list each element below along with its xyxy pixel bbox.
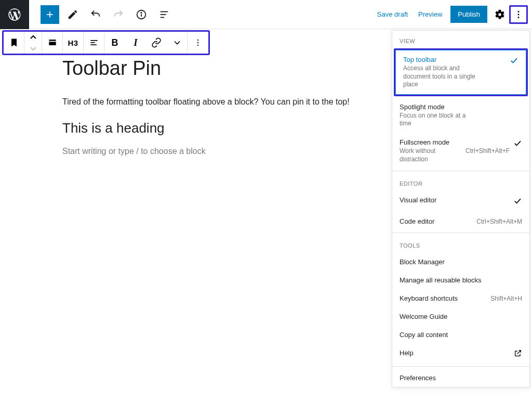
svg-point-9 (518, 14, 520, 15)
chevron-up-icon (30, 35, 37, 40)
wp-logo[interactable] (0, 0, 29, 29)
text-align-button[interactable] (84, 32, 104, 54)
svg-point-8 (518, 11, 520, 12)
block-mover (24, 32, 42, 54)
menu-help[interactable]: Help (392, 344, 529, 364)
menu-code-editor[interactable]: Code editor Ctrl+Shift+Alt+M (392, 212, 529, 230)
align-icon (47, 37, 58, 48)
menu-welcome-guide[interactable]: Welcome Guide (392, 307, 529, 326)
check-icon (509, 56, 518, 67)
menu-divider (392, 233, 529, 233)
menu-preferences[interactable]: Preferences (392, 369, 529, 387)
svg-rect-11 (49, 40, 56, 41)
editor-top-bar: Save draft Preview Publish (0, 0, 532, 29)
italic-button[interactable]: I (125, 32, 146, 54)
svg-rect-12 (49, 42, 56, 45)
post-title[interactable]: Toolbar Pin (62, 57, 379, 80)
redo-button (109, 5, 128, 24)
chevron-down-icon (172, 37, 182, 48)
settings-button[interactable] (490, 5, 509, 24)
link-button[interactable] (146, 32, 167, 54)
preview-button[interactable]: Preview (413, 6, 447, 22)
menu-item-title: Fullscreen mode (400, 138, 462, 146)
menu-item-title: Code editor (400, 217, 473, 225)
menu-item-desc: Access all block and document tools in a… (403, 64, 481, 89)
menu-item-title: Top toolbar (403, 56, 509, 63)
menu-item-title: Manage all reusable blocks (400, 276, 522, 284)
publish-button[interactable]: Publish (450, 6, 487, 23)
menu-item-title: Help (400, 349, 514, 357)
list-view-icon (158, 9, 170, 20)
menu-item-title: Preferences (400, 374, 522, 382)
empty-block-placeholder[interactable]: Start writing or type / to choose a bloc… (62, 147, 379, 156)
menu-item-title: Spotlight mode (400, 103, 522, 111)
menu-keyboard-shortcuts[interactable]: Keyboard shortcuts Shift+Alt+H (392, 289, 529, 307)
menu-copy-all[interactable]: Copy all content (392, 326, 529, 344)
info-icon (136, 9, 147, 20)
align-button[interactable] (42, 32, 63, 54)
menu-fullscreen-mode[interactable]: Fullscreen mode Work without distraction… (392, 133, 529, 169)
check-icon (513, 138, 522, 149)
redo-icon (113, 9, 124, 20)
menu-visual-editor[interactable]: Visual editor (392, 191, 529, 212)
gear-icon (494, 9, 506, 20)
menu-item-shortcut: Ctrl+Shift+Alt+F (466, 147, 510, 154)
italic-icon: I (134, 37, 137, 48)
plus-icon (45, 9, 55, 20)
heading-level-button[interactable]: H3 (63, 32, 84, 54)
move-up-button[interactable] (24, 32, 42, 43)
move-down-button[interactable] (24, 43, 42, 54)
more-formatting-button[interactable] (167, 32, 188, 54)
external-link-icon (514, 349, 522, 359)
menu-item-desc: Work without distraction (400, 147, 462, 163)
svg-point-16 (197, 40, 198, 41)
chevron-down-icon (30, 46, 37, 51)
edit-mode-button[interactable] (63, 5, 82, 24)
add-block-button[interactable] (41, 5, 59, 24)
svg-point-17 (197, 42, 198, 43)
bookmark-icon (9, 37, 19, 48)
pencil-icon (67, 9, 78, 20)
block-type-button[interactable] (4, 32, 24, 54)
menu-divider (392, 171, 529, 171)
block-more-button[interactable] (188, 32, 208, 54)
menu-section-view: VIEW (392, 31, 529, 48)
svg-point-10 (518, 17, 520, 18)
paragraph-block[interactable]: Tired of the formatting toolbar floating… (62, 97, 379, 107)
info-button[interactable] (132, 5, 151, 24)
svg-point-4 (141, 12, 141, 12)
menu-divider (392, 366, 529, 367)
more-vertical-icon (193, 37, 203, 48)
bold-button[interactable]: B (104, 32, 125, 54)
svg-point-18 (197, 45, 198, 46)
menu-spotlight-mode[interactable]: Spotlight mode Focus on one block at a t… (392, 98, 529, 133)
menu-item-shortcut: Ctrl+Shift+Alt+M (476, 218, 522, 225)
block-toolbar: H3 B I (2, 30, 210, 55)
menu-item-title: Welcome Guide (400, 313, 522, 320)
menu-item-title: Visual editor (400, 196, 513, 204)
undo-button[interactable] (86, 5, 105, 24)
menu-top-toolbar[interactable]: Top toolbar Access all block and documen… (395, 50, 526, 95)
link-icon (151, 37, 162, 48)
menu-item-title: Block Manager (400, 258, 522, 266)
undo-icon (90, 9, 101, 20)
top-toolbar-highlight: Top toolbar Access all block and documen… (394, 48, 528, 96)
heading-block[interactable]: This is a heading (62, 120, 379, 136)
heading-level-label: H3 (68, 38, 78, 47)
more-vertical-icon (513, 9, 524, 20)
bold-icon: B (112, 37, 118, 48)
menu-item-shortcut: Shift+Alt+H (490, 295, 522, 302)
outline-button[interactable] (155, 5, 174, 24)
align-left-icon (89, 37, 99, 48)
menu-block-manager[interactable]: Block Manager (392, 253, 529, 271)
menu-item-title: Keyboard shortcuts (400, 294, 487, 302)
menu-section-tools: TOOLS (392, 235, 529, 253)
menu-reusable-blocks[interactable]: Manage all reusable blocks (392, 271, 529, 289)
save-draft-button[interactable]: Save draft (372, 6, 413, 22)
check-icon (513, 196, 522, 207)
menu-item-title: Copy all content (400, 331, 522, 339)
menu-section-editor: EDITOR (392, 173, 529, 191)
more-options-button[interactable] (509, 5, 528, 24)
options-menu: VIEW Top toolbar Access all block and do… (392, 30, 530, 388)
editor-content: Toolbar Pin Tired of the formatting tool… (62, 57, 379, 156)
